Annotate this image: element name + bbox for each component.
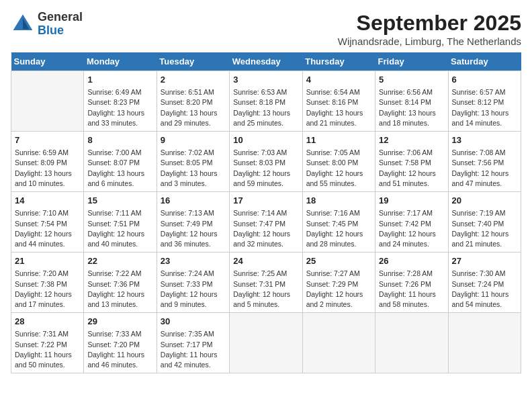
- day-info: Sunrise: 7:08 AMSunset: 7:56 PMDaylight:…: [452, 148, 517, 189]
- day-number: 9: [161, 134, 226, 146]
- day-number: 17: [233, 195, 298, 207]
- day-number: 3: [233, 74, 298, 86]
- day-number: 29: [87, 316, 152, 328]
- calendar-cell: [448, 313, 521, 373]
- weekday-header: Friday: [375, 52, 448, 71]
- day-info: Sunrise: 6:57 AMSunset: 8:12 PMDaylight:…: [452, 87, 517, 128]
- day-info: Sunrise: 7:31 AMSunset: 7:22 PMDaylight:…: [15, 329, 80, 370]
- calendar-cell: [11, 71, 84, 132]
- day-number: 16: [161, 195, 226, 207]
- day-number: 21: [15, 255, 80, 267]
- day-number: 22: [87, 255, 152, 267]
- title-block: September 2025 Wijnandsrade, Limburg, Th…: [338, 11, 521, 47]
- day-info: Sunrise: 7:30 AMSunset: 7:24 PMDaylight:…: [452, 269, 517, 310]
- calendar-week-row: 1Sunrise: 6:49 AMSunset: 8:23 PMDaylight…: [11, 71, 521, 132]
- calendar-cell: 21Sunrise: 7:20 AMSunset: 7:38 PMDayligh…: [11, 253, 84, 313]
- weekday-header: Tuesday: [157, 52, 229, 71]
- calendar-cell: 18Sunrise: 7:16 AMSunset: 7:45 PMDayligh…: [302, 192, 375, 253]
- day-number: 30: [161, 316, 226, 328]
- day-info: Sunrise: 7:33 AMSunset: 7:20 PMDaylight:…: [87, 329, 152, 370]
- logo-icon: [11, 12, 35, 36]
- calendar-cell: 20Sunrise: 7:19 AMSunset: 7:40 PMDayligh…: [448, 192, 521, 253]
- day-info: Sunrise: 7:06 AMSunset: 7:58 PMDaylight:…: [379, 148, 444, 189]
- day-number: 5: [379, 74, 444, 86]
- day-number: 18: [306, 195, 371, 207]
- day-number: 7: [15, 134, 80, 146]
- day-info: Sunrise: 6:56 AMSunset: 8:14 PMDaylight:…: [379, 87, 444, 128]
- calendar-cell: 1Sunrise: 6:49 AMSunset: 8:23 PMDaylight…: [84, 71, 157, 132]
- calendar-week-row: 7Sunrise: 6:59 AMSunset: 8:09 PMDaylight…: [11, 132, 521, 192]
- logo-text: General Blue: [38, 11, 83, 38]
- day-info: Sunrise: 7:02 AMSunset: 8:05 PMDaylight:…: [161, 148, 226, 189]
- day-info: Sunrise: 7:19 AMSunset: 7:40 PMDaylight:…: [452, 208, 517, 249]
- day-number: 8: [87, 134, 152, 146]
- day-info: Sunrise: 7:00 AMSunset: 8:07 PMDaylight:…: [87, 148, 152, 189]
- calendar-cell: 16Sunrise: 7:13 AMSunset: 7:49 PMDayligh…: [157, 192, 229, 253]
- calendar-cell: 29Sunrise: 7:33 AMSunset: 7:20 PMDayligh…: [84, 313, 157, 373]
- weekday-header: Wednesday: [230, 52, 302, 71]
- calendar-week-row: 21Sunrise: 7:20 AMSunset: 7:38 PMDayligh…: [11, 253, 521, 313]
- day-number: 23: [161, 255, 226, 267]
- calendar-cell: 2Sunrise: 6:51 AMSunset: 8:20 PMDaylight…: [157, 71, 229, 132]
- calendar-table: SundayMondayTuesdayWednesdayThursdayFrid…: [11, 52, 521, 373]
- day-info: Sunrise: 7:05 AMSunset: 8:00 PMDaylight:…: [306, 148, 371, 189]
- calendar-cell: 25Sunrise: 7:27 AMSunset: 7:29 PMDayligh…: [302, 253, 375, 313]
- calendar-cell: 6Sunrise: 6:57 AMSunset: 8:12 PMDaylight…: [448, 71, 521, 132]
- day-info: Sunrise: 7:27 AMSunset: 7:29 PMDaylight:…: [306, 269, 371, 310]
- day-number: 24: [233, 255, 298, 267]
- calendar-cell: 4Sunrise: 6:54 AMSunset: 8:16 PMDaylight…: [302, 71, 375, 132]
- day-info: Sunrise: 6:51 AMSunset: 8:20 PMDaylight:…: [161, 87, 226, 128]
- calendar-cell: 5Sunrise: 6:56 AMSunset: 8:14 PMDaylight…: [375, 71, 448, 132]
- day-number: 26: [379, 255, 444, 267]
- day-info: Sunrise: 6:59 AMSunset: 8:09 PMDaylight:…: [15, 148, 80, 189]
- day-number: 2: [161, 74, 226, 86]
- weekday-header: Sunday: [11, 52, 84, 71]
- day-number: 19: [379, 195, 444, 207]
- month-title: September 2025: [338, 11, 521, 36]
- calendar-cell: [302, 313, 375, 373]
- day-number: 15: [87, 195, 152, 207]
- day-info: Sunrise: 7:14 AMSunset: 7:47 PMDaylight:…: [233, 208, 298, 249]
- calendar-cell: 28Sunrise: 7:31 AMSunset: 7:22 PMDayligh…: [11, 313, 84, 373]
- day-number: 1: [87, 74, 152, 86]
- location: Wijnandsrade, Limburg, The Netherlands: [338, 36, 521, 47]
- page-header: General Blue September 2025 Wijnandsrade…: [11, 11, 521, 47]
- day-number: 11: [306, 134, 371, 146]
- calendar-cell: 7Sunrise: 6:59 AMSunset: 8:09 PMDaylight…: [11, 132, 84, 192]
- calendar-cell: 30Sunrise: 7:35 AMSunset: 7:17 PMDayligh…: [157, 313, 229, 373]
- calendar-cell: 11Sunrise: 7:05 AMSunset: 8:00 PMDayligh…: [302, 132, 375, 192]
- calendar-cell: [375, 313, 448, 373]
- calendar-cell: 24Sunrise: 7:25 AMSunset: 7:31 PMDayligh…: [230, 253, 302, 313]
- day-info: Sunrise: 7:17 AMSunset: 7:42 PMDaylight:…: [379, 208, 444, 249]
- day-info: Sunrise: 7:25 AMSunset: 7:31 PMDaylight:…: [233, 269, 298, 310]
- day-number: 13: [452, 134, 517, 146]
- calendar-cell: 22Sunrise: 7:22 AMSunset: 7:36 PMDayligh…: [84, 253, 157, 313]
- calendar-week-row: 28Sunrise: 7:31 AMSunset: 7:22 PMDayligh…: [11, 313, 521, 373]
- day-number: 6: [452, 74, 517, 86]
- calendar-cell: 10Sunrise: 7:03 AMSunset: 8:03 PMDayligh…: [230, 132, 302, 192]
- calendar-cell: 19Sunrise: 7:17 AMSunset: 7:42 PMDayligh…: [375, 192, 448, 253]
- day-info: Sunrise: 7:10 AMSunset: 7:54 PMDaylight:…: [15, 208, 80, 249]
- day-number: 27: [452, 255, 517, 267]
- day-number: 10: [233, 134, 298, 146]
- day-info: Sunrise: 6:54 AMSunset: 8:16 PMDaylight:…: [306, 87, 371, 128]
- calendar-cell: 26Sunrise: 7:28 AMSunset: 7:26 PMDayligh…: [375, 253, 448, 313]
- day-info: Sunrise: 7:11 AMSunset: 7:51 PMDaylight:…: [87, 208, 152, 249]
- day-number: 12: [379, 134, 444, 146]
- weekday-header: Saturday: [448, 52, 521, 71]
- calendar-cell: 9Sunrise: 7:02 AMSunset: 8:05 PMDaylight…: [157, 132, 229, 192]
- day-number: 28: [15, 316, 80, 328]
- calendar-week-row: 14Sunrise: 7:10 AMSunset: 7:54 PMDayligh…: [11, 192, 521, 253]
- calendar-cell: 12Sunrise: 7:06 AMSunset: 7:58 PMDayligh…: [375, 132, 448, 192]
- weekday-header-row: SundayMondayTuesdayWednesdayThursdayFrid…: [11, 52, 521, 71]
- calendar-cell: 14Sunrise: 7:10 AMSunset: 7:54 PMDayligh…: [11, 192, 84, 253]
- day-info: Sunrise: 7:13 AMSunset: 7:49 PMDaylight:…: [161, 208, 226, 249]
- weekday-header: Monday: [84, 52, 157, 71]
- day-info: Sunrise: 7:20 AMSunset: 7:38 PMDaylight:…: [15, 269, 80, 310]
- calendar-cell: 3Sunrise: 6:53 AMSunset: 8:18 PMDaylight…: [230, 71, 302, 132]
- day-info: Sunrise: 7:22 AMSunset: 7:36 PMDaylight:…: [87, 269, 152, 310]
- day-number: 20: [452, 195, 517, 207]
- day-info: Sunrise: 7:28 AMSunset: 7:26 PMDaylight:…: [379, 269, 444, 310]
- day-info: Sunrise: 7:16 AMSunset: 7:45 PMDaylight:…: [306, 208, 371, 249]
- weekday-header: Thursday: [302, 52, 375, 71]
